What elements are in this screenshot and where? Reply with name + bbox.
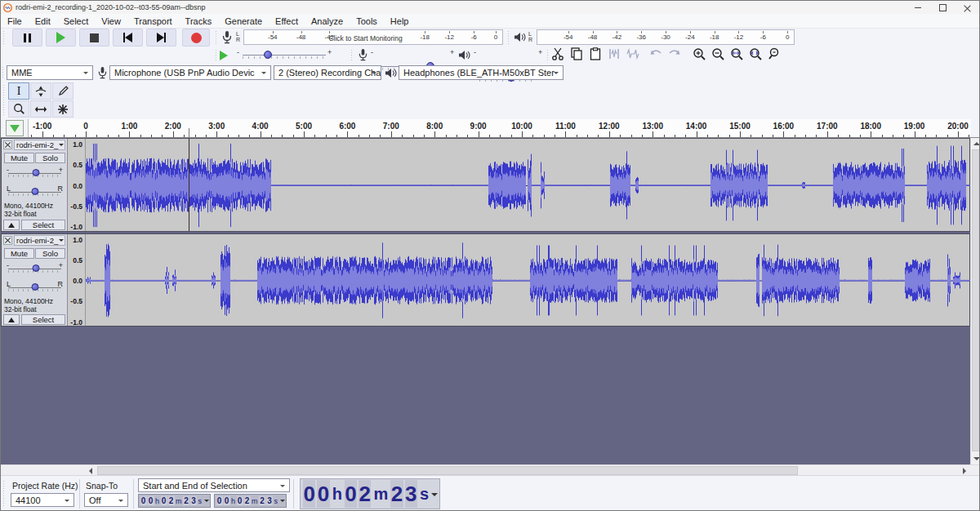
track-1-close-button[interactable] <box>3 140 12 149</box>
track-control-panel-2[interactable]: rodri-emi-2_ Mute Solo - + L R Mono, 441… <box>2 234 68 326</box>
time-digit[interactable]: 0 <box>303 480 315 508</box>
redo-button[interactable] <box>667 47 684 64</box>
waveform-area-track-2[interactable] <box>86 234 969 326</box>
menu-view[interactable]: View <box>95 16 127 27</box>
waveform-canvas-track-2[interactable] <box>86 235 970 326</box>
trim-audio-button[interactable] <box>608 47 625 64</box>
timeline-ruler[interactable]: -1:0001:002:003:004:005:006:007:008:009:… <box>28 119 971 137</box>
scroll-up-button[interactable] <box>971 138 980 149</box>
time-digit[interactable]: 2 <box>259 496 265 505</box>
record-meter[interactable]: Click to Start Monitoring -54-48-42-18-1… <box>243 29 503 45</box>
copy-button[interactable] <box>570 47 587 64</box>
time-digit[interactable]: 0 <box>140 496 147 505</box>
vertical-scrollbar[interactable] <box>970 138 980 464</box>
draw-tool-button[interactable] <box>52 82 74 100</box>
track-2-gain-slider[interactable]: - + <box>3 261 66 274</box>
multi-tool-button[interactable] <box>52 100 74 118</box>
track-1-solo-button[interactable]: Solo <box>35 153 65 163</box>
zoom-tool-button[interactable] <box>8 100 29 118</box>
horizontal-scrollbar[interactable] <box>1 464 980 475</box>
playback-device-select[interactable]: Headphones (BLE_ATH-M50xBT Ster <box>399 65 564 80</box>
menu-effect[interactable]: Effect <box>269 16 305 27</box>
play-meter-grip[interactable] <box>507 30 510 44</box>
undo-button[interactable] <box>648 47 666 64</box>
menu-select[interactable]: Select <box>57 16 96 27</box>
playback-meter[interactable]: -54-48-42-36-30-24-18-12-60 <box>537 29 795 45</box>
horizontal-scrollbar-thumb[interactable] <box>97 466 798 475</box>
transport-grip[interactable] <box>2 30 6 44</box>
track-control-panel-1[interactable]: rodri-emi-2_ Mute Solo - + L R Mono, 441… <box>2 139 68 231</box>
recording-device-select[interactable]: Microphone (USB PnP Audio Devic <box>109 65 271 80</box>
time-digit[interactable]: 0 <box>161 496 167 505</box>
time-digit[interactable]: 0 <box>216 496 223 505</box>
track-2-close-button[interactable] <box>3 236 12 245</box>
tools-grip[interactable] <box>2 84 6 117</box>
close-button[interactable] <box>955 1 979 14</box>
record-meter-grip[interactable] <box>215 30 218 44</box>
track-1-mute-button[interactable]: Mute <box>4 153 34 163</box>
pause-button[interactable] <box>12 29 42 47</box>
track-1-select-button[interactable]: Select <box>21 220 65 230</box>
track-1-name[interactable]: rodri-emi-2_ <box>14 140 65 150</box>
menu-tracks[interactable]: Tracks <box>179 16 219 27</box>
selection-toolbar-grip[interactable] <box>2 480 6 508</box>
selection-mode-select[interactable]: Start and End of Selection <box>138 478 290 492</box>
fit-selection-button[interactable] <box>730 47 747 64</box>
play-speed-slider[interactable] <box>243 48 326 60</box>
mixer-grip[interactable] <box>350 49 354 62</box>
track-2-collapse-button[interactable] <box>3 314 20 325</box>
time-digit[interactable]: 2 <box>244 496 251 505</box>
zoom-in-button[interactable] <box>693 47 710 64</box>
track-2-name[interactable]: rodri-emi-2_ <box>14 235 65 246</box>
vertical-scrollbar-thumb[interactable] <box>972 149 980 451</box>
menu-tools[interactable]: Tools <box>350 16 384 27</box>
audio-track-2[interactable]: 1.00.50.0-0.5-1.0 rodri-emi-2_ Mute Solo… <box>1 233 970 327</box>
recording-channels-select[interactable]: 2 (Stereo) Recording Chann <box>274 65 381 80</box>
zoom-out-button[interactable] <box>711 47 728 64</box>
project-rate-select[interactable]: 44100 <box>11 493 74 507</box>
track-2-gain-thumb[interactable] <box>33 264 40 272</box>
project-desk-background[interactable] <box>1 327 970 464</box>
time-digit[interactable]: 0 <box>224 496 230 505</box>
menu-file[interactable]: File <box>1 16 29 27</box>
play-button[interactable] <box>46 29 76 47</box>
play-speed-slider-thumb[interactable] <box>264 51 272 59</box>
edit-toolbar-grip[interactable] <box>546 49 550 62</box>
audio-track-1[interactable]: 1.00.50.0-0.5-1.0 rodri-emi-2_ Mute Solo… <box>1 138 970 232</box>
time-digit[interactable]: 3 <box>405 480 417 508</box>
time-digit[interactable]: 0 <box>345 480 357 508</box>
fit-project-button[interactable] <box>749 47 766 64</box>
audio-position-display[interactable]: 00h02m23s <box>300 478 440 509</box>
waveform-area-track-1[interactable] <box>86 139 969 231</box>
time-digit[interactable]: 0 <box>148 496 154 505</box>
waveform-canvas-track-1[interactable] <box>86 140 970 231</box>
menu-edit[interactable]: Edit <box>29 16 57 27</box>
selection-tool-button[interactable]: I <box>8 82 29 100</box>
time-digit[interactable]: 3 <box>266 496 273 505</box>
menu-analyze[interactable]: Analyze <box>305 16 350 27</box>
scroll-down-button[interactable] <box>971 454 980 464</box>
minimize-button[interactable] <box>906 1 930 14</box>
record-button[interactable] <box>182 29 210 47</box>
time-shift-tool-button[interactable] <box>30 100 51 118</box>
play-at-speed-button[interactable] <box>220 49 233 62</box>
time-digit[interactable]: 0 <box>237 496 243 505</box>
device-grip[interactable] <box>2 66 5 79</box>
track-2-solo-button[interactable]: Solo <box>35 248 65 259</box>
skip-to-start-button[interactable] <box>113 29 143 47</box>
zoom-toggle-button[interactable] <box>768 47 785 64</box>
track-1-collapse-button[interactable] <box>3 220 20 230</box>
time-digit[interactable]: 2 <box>359 480 371 508</box>
audio-host-select[interactable]: MME <box>7 65 93 80</box>
time-digit[interactable]: 2 <box>168 496 175 505</box>
menu-transport[interactable]: Transport <box>127 16 179 27</box>
selection-end-field[interactable]: 00h02m23s <box>214 494 287 508</box>
track-2-mute-button[interactable]: Mute <box>4 248 34 259</box>
time-digit[interactable]: 2 <box>183 496 189 505</box>
menu-help[interactable]: Help <box>384 16 416 27</box>
cut-button[interactable] <box>551 47 568 64</box>
time-digit[interactable]: 2 <box>390 480 403 508</box>
selection-start-field[interactable]: 00h02m23s <box>138 494 211 508</box>
menu-generate[interactable]: Generate <box>218 16 269 27</box>
time-digit[interactable]: 3 <box>190 496 197 505</box>
